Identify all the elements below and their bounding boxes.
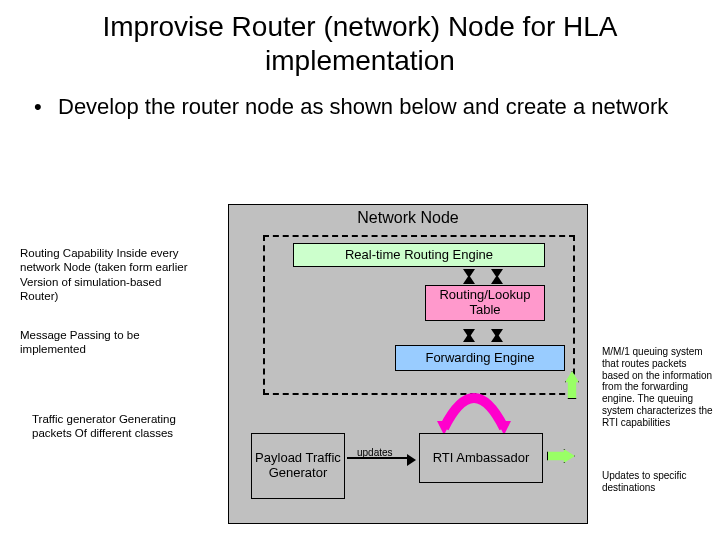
lime-arrow-right-icon [547, 449, 575, 463]
box-payload-traffic-generator: Payload Traffic Generator [251, 433, 345, 499]
label-updates: updates [357, 447, 393, 458]
network-node-diagram: Network Node Real-time Routing Engine Ro… [228, 204, 588, 524]
note-traffic-generator: Traffic generator Generating packets Of … [32, 412, 182, 441]
box-routing-lookup-table: Routing/Lookup Table [425, 285, 545, 321]
note-routing-capability: Routing Capability Inside every network … [20, 246, 200, 304]
note-message-passing: Message Passing to be implemented [20, 328, 200, 357]
arrow-right-icon [407, 454, 416, 466]
box-rti-ambassador: RTI Ambassador [419, 433, 543, 483]
note-queuing-system: M/M/1 queuing system that routes packets… [602, 346, 714, 429]
arrow-up-icon [491, 275, 503, 284]
box-realtime-routing-engine: Real-time Routing Engine [293, 243, 545, 267]
arrow-up-icon [463, 333, 475, 342]
curved-arrow-icon [429, 373, 519, 433]
arrow-up-icon [463, 275, 475, 284]
note-updates-destinations: Updates to specific destinations [602, 470, 714, 494]
diagram-title: Network Node [229, 205, 587, 231]
box-forwarding-engine: Forwarding Engine [395, 345, 565, 371]
bullet-text: Develop the router node as shown below a… [0, 85, 720, 131]
slide-title: Improvise Router (network) Node for HLA … [0, 0, 720, 85]
arrow-up-icon [491, 333, 503, 342]
